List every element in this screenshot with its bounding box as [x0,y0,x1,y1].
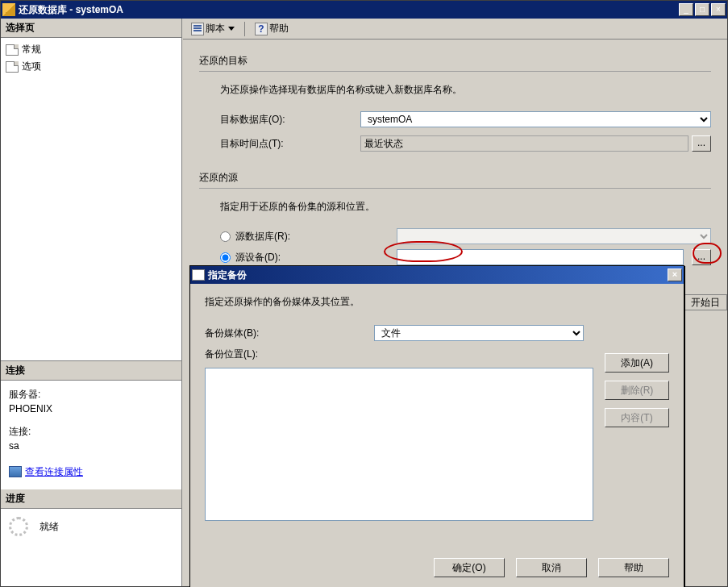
minimize-button[interactable]: _ [679,3,693,16]
page-icon [6,44,19,56]
progress-header: 进度 [1,489,181,509]
dest-help-text: 为还原操作选择现有数据库的名称或键入新数据库名称。 [220,83,711,97]
form-area: 还原的目标 为还原操作选择现有数据库的名称或键入新数据库名称。 目标数据库(O)… [183,40,727,265]
src-section-title: 还原的源 [199,168,711,189]
main-title-bar[interactable]: 还原数据库 - systemOA _ □ × [1,1,727,19]
target-time-label: 目标时间点(T): [199,137,360,151]
source-db-select [397,228,711,244]
connection-icon [9,466,22,477]
source-db-label: 源数据库(R): [235,230,290,244]
conn-value: sa [9,439,173,453]
source-device-radio[interactable] [220,252,231,263]
dropdown-caret-icon [228,27,235,31]
help-label: 帮助 [269,22,289,35]
script-icon [191,23,204,35]
source-device-field[interactable] [397,249,684,265]
remove-button: 删除(R) [605,381,669,400]
dialog-close-button[interactable]: × [668,269,682,281]
grid-column-startdate[interactable]: 开始日 [683,294,727,310]
backup-media-select[interactable]: 文件 [374,325,584,341]
page-general-label: 常规 [22,43,41,56]
target-db-label: 目标数据库(O): [199,113,360,127]
script-button[interactable]: 脚本 [188,20,238,37]
restore-db-window: 还原数据库 - systemOA _ □ × 选择页 常规 选项 连接 服务器:… [0,0,728,587]
dialog-title-bar[interactable]: 指定备份 × [190,266,684,284]
backup-location-listbox[interactable] [205,368,593,521]
backup-location-label: 备份位置(L): [205,348,374,361]
progress-status: 就绪 [40,520,59,534]
page-icon [6,61,19,73]
close-button[interactable]: × [711,3,726,16]
source-db-radio[interactable] [220,231,231,242]
dialog-desc: 指定还原操作的备份媒体及其位置。 [205,295,669,309]
server-label: 服务器: [9,387,173,402]
target-db-select[interactable]: systemOA [360,111,711,127]
help-button[interactable]: 帮助 [252,20,292,37]
target-time-value: 最近状态 [360,135,688,152]
help-icon [255,23,268,35]
contents-button: 内容(T) [605,408,669,427]
dest-section-title: 还原的目标 [199,51,711,72]
cancel-button[interactable]: 取消 [516,558,587,577]
server-value: PHOENIX [9,402,173,416]
page-general[interactable]: 常规 [2,41,180,58]
source-device-label: 源设备(D): [235,251,281,264]
page-options[interactable]: 选项 [2,58,180,75]
left-pane: 选择页 常规 选项 连接 服务器: PHOENIX 连接: sa [1,19,182,586]
page-tree: 常规 选项 [1,38,181,78]
view-props-label: 查看连接属性 [25,464,83,479]
window-title: 还原数据库 - systemOA [19,3,679,17]
dialog-title: 指定备份 [208,269,668,282]
view-connection-props-link[interactable]: 查看连接属性 [9,464,83,479]
src-help-text: 指定用于还原的备份集的源和位置。 [220,200,711,214]
connection-header: 连接 [1,360,181,381]
toolbar-separator [244,22,245,36]
page-options-label: 选项 [22,60,41,73]
app-icon [2,3,15,16]
progress-panel: 进度 就绪 [1,489,181,544]
specify-backup-dialog: 指定备份 × 指定还原操作的备份媒体及其位置。 备份媒体(B): 文件 备份位置… [189,265,684,587]
source-device-browse-button[interactable]: ... [692,249,711,265]
dialog-help-button[interactable]: 帮助 [598,558,669,577]
ok-button[interactable]: 确定(O) [434,558,505,577]
dialog-icon [192,269,205,281]
target-time-browse-button[interactable]: ... [692,135,711,152]
maximize-button[interactable]: □ [695,3,709,16]
script-label: 脚本 [206,22,225,35]
add-button[interactable]: 添加(A) [605,353,669,373]
select-page-header: 选择页 [1,19,181,38]
backup-media-label: 备份媒体(B): [205,327,374,340]
toolbar: 脚本 帮助 [183,19,727,40]
conn-label: 连接: [9,424,173,439]
connection-panel: 连接 服务器: PHOENIX 连接: sa 查看连接属性 [1,360,181,488]
progress-spinner-icon [9,517,28,536]
